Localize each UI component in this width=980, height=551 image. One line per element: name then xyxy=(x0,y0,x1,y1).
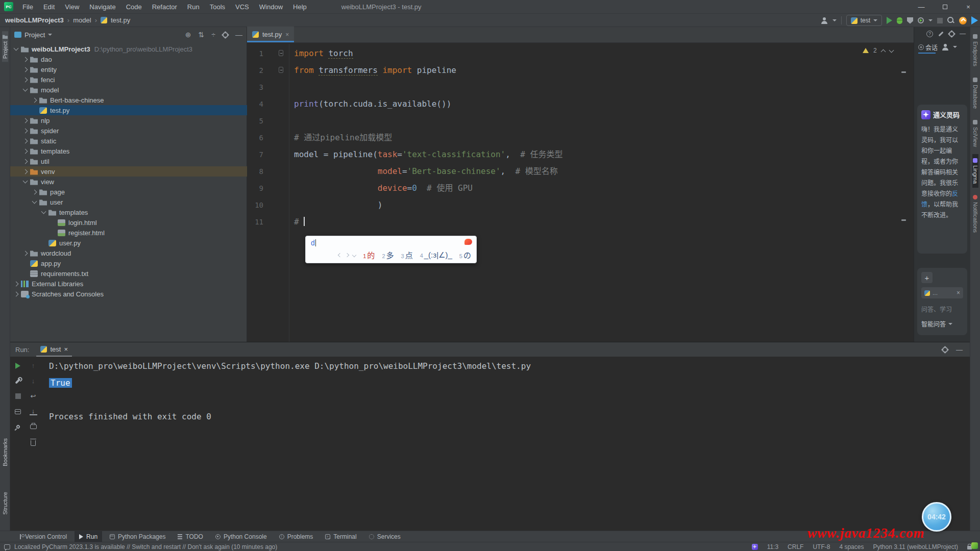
tree-row[interactable]: entity xyxy=(10,64,247,74)
sidebar-tab-project[interactable]: Project xyxy=(2,31,8,62)
tool-window-button[interactable]: Services xyxy=(364,531,405,542)
ime-next-page-icon[interactable] xyxy=(345,253,349,257)
tree-row[interactable]: requirements.txt xyxy=(10,268,247,279)
tree-row[interactable]: Bert-base-chinese xyxy=(10,95,247,105)
user-profile-icon[interactable] xyxy=(821,17,828,24)
tree-row[interactable]: login.html xyxy=(10,217,247,228)
code-editor[interactable]: 1import torch2from transformers import p… xyxy=(247,44,906,230)
fold-marker-icon[interactable] xyxy=(279,67,283,73)
run-console[interactable]: D:\python_pro\weiboLLMProject\venv\Scrip… xyxy=(49,358,531,425)
tree-row[interactable]: templates xyxy=(10,146,247,156)
menu-item[interactable]: Help xyxy=(289,2,311,12)
close-tab-icon[interactable]: × xyxy=(64,345,68,353)
locate-file-icon[interactable]: ⊕ xyxy=(185,31,191,39)
tree-row[interactable]: user.py xyxy=(10,238,247,248)
project-view-selector[interactable]: Project xyxy=(14,31,52,39)
minimize-button[interactable]: — xyxy=(910,0,933,14)
ime-candidate[interactable]: 1 的 xyxy=(363,249,375,260)
collapse-all-icon[interactable]: ÷ xyxy=(211,31,215,39)
right-strip-tab[interactable]: Notifications xyxy=(972,191,978,237)
tree-row[interactable]: static xyxy=(10,136,247,146)
tree-row[interactable]: register.html xyxy=(10,228,247,238)
ime-candidate[interactable]: 3 点 xyxy=(401,249,413,260)
gear-icon[interactable] xyxy=(223,32,228,38)
caret-position[interactable]: 11:3 xyxy=(767,543,778,550)
tree-row[interactable]: venv xyxy=(10,166,247,177)
breadcrumb-project[interactable]: weiboLLMProject3 xyxy=(5,16,64,24)
scroll-to-end-icon[interactable]: ↓ xyxy=(30,408,37,415)
tool-window-button[interactable]: Terminal xyxy=(321,531,361,542)
lingma-status-icon[interactable] xyxy=(752,544,758,550)
lingma-toolbar-icon[interactable] xyxy=(971,16,978,24)
right-strip-tab[interactable]: Lingma xyxy=(972,154,978,188)
prev-warning-icon[interactable] xyxy=(880,49,886,54)
tool-window-button[interactable]: Python Console xyxy=(211,531,272,542)
tree-row[interactable]: fenci xyxy=(10,74,247,85)
line-separator[interactable]: CRLF xyxy=(788,543,803,550)
tree-chevron-icon[interactable] xyxy=(23,57,28,62)
tree-chevron-icon[interactable] xyxy=(23,169,28,174)
menu-item[interactable]: View xyxy=(61,2,83,12)
tree-row[interactable]: model xyxy=(10,85,247,95)
recording-timer-overlay[interactable]: 04:42 xyxy=(922,502,951,532)
tree-chevron-icon[interactable] xyxy=(23,77,28,82)
tree-chevron-icon[interactable] xyxy=(14,291,19,296)
menu-item[interactable]: Tools xyxy=(206,2,229,12)
ime-candidate[interactable]: 4 _(:з|∠)_ xyxy=(420,251,452,260)
chevron-down-icon[interactable] xyxy=(953,46,957,48)
menu-item[interactable]: Edit xyxy=(39,2,59,12)
chevron-down-icon[interactable] xyxy=(832,19,837,21)
pin-tab-icon[interactable] xyxy=(14,423,22,431)
tree-row[interactable]: view xyxy=(10,177,247,187)
right-strip-tab[interactable]: Database xyxy=(972,73,978,113)
indent-style[interactable]: 4 spaces xyxy=(839,543,864,550)
tree-chevron-icon[interactable] xyxy=(32,199,37,204)
restore-layout-icon[interactable] xyxy=(14,408,22,415)
help-icon[interactable]: ? xyxy=(926,31,933,37)
tree-row[interactable]: wordcloud xyxy=(10,248,247,258)
chevron-expanded-icon[interactable] xyxy=(14,46,19,51)
menu-item[interactable]: VCS xyxy=(231,2,253,12)
tool-window-button[interactable]: Run xyxy=(75,531,102,542)
close-button[interactable]: × xyxy=(957,0,980,14)
tool-window-button[interactable]: Python Packages xyxy=(105,531,170,542)
edit-configuration-icon[interactable] xyxy=(14,377,22,385)
fold-marker-icon[interactable] xyxy=(279,50,283,56)
run-configuration-selector[interactable]: test xyxy=(846,15,882,26)
coverage-button[interactable] xyxy=(907,17,913,24)
plugin-update-icon[interactable] xyxy=(959,17,967,24)
tree-row[interactable]: test.py xyxy=(10,105,247,115)
editor-tab-testpy[interactable]: test.py × xyxy=(247,27,294,42)
status-message[interactable]: Localized PyCharm 2023.1.3 is available … xyxy=(14,543,277,550)
tree-row[interactable]: page xyxy=(10,187,247,197)
clear-all-icon[interactable] xyxy=(30,438,37,446)
tree-row[interactable]: templates xyxy=(10,207,247,217)
sidebar-tab-structure[interactable]: Structure xyxy=(2,489,8,518)
menu-item[interactable]: Code xyxy=(122,2,146,12)
python-interpreter[interactable]: Python 3.11 (weiboLLMProject) xyxy=(873,543,958,550)
gear-icon[interactable] xyxy=(942,347,948,353)
context-file-chip[interactable]: ... × xyxy=(921,287,963,298)
tree-row-root[interactable]: weiboLLMProject3 D:\python_pro\weiboLLMP… xyxy=(10,44,247,54)
maximize-button[interactable] xyxy=(933,0,957,14)
add-context-button[interactable]: + xyxy=(921,272,933,283)
tree-row[interactable]: util xyxy=(10,156,247,166)
tree-chevron-icon[interactable] xyxy=(23,128,28,133)
event-log-icon[interactable] xyxy=(4,544,10,549)
menu-item[interactable]: File xyxy=(18,2,37,12)
tree-chevron-icon[interactable] xyxy=(32,189,37,194)
inspections-widget[interactable]: 2 xyxy=(863,47,893,54)
run-button[interactable] xyxy=(887,17,892,24)
tree-row[interactable]: user xyxy=(10,197,247,207)
sidebar-tab-bookmarks[interactable]: Bookmarks xyxy=(2,435,8,469)
expand-all-icon[interactable]: ⇅ xyxy=(199,31,205,39)
tool-window-button[interactable]: TODO xyxy=(173,531,207,542)
tree-row[interactable]: nlp xyxy=(10,115,247,126)
tree-chevron-icon[interactable] xyxy=(23,159,28,164)
tree-chevron-icon[interactable] xyxy=(41,209,46,214)
gear-icon[interactable] xyxy=(949,31,954,37)
close-tab-icon[interactable]: × xyxy=(285,31,289,38)
tree-row[interactable]: app.py xyxy=(10,258,247,268)
menu-item[interactable]: Navigate xyxy=(85,2,119,12)
tree-row[interactable]: spider xyxy=(10,126,247,136)
